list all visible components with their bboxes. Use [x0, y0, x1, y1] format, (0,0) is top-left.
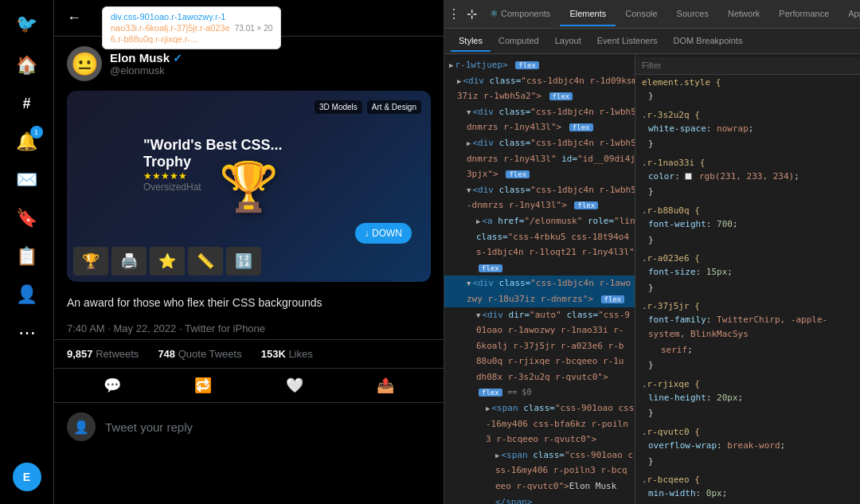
tweet-product-title: "World's Best CSS...Trophy	[143, 137, 283, 170]
likes-count: 153K Likes	[261, 348, 313, 360]
tab-elements[interactable]: Elements	[560, 2, 616, 26]
html-line[interactable]: 01oao r-1awozwy r-1nao33i r-	[444, 322, 635, 338]
sidebar-item-bookmarks[interactable]: 🔖	[10, 201, 45, 236]
html-line[interactable]: s-1dbjc4n r-1loqt21 r-1ny4l3l">	[444, 244, 635, 260]
tweet-actions: 💬 🔁 🤍 📤	[54, 369, 444, 403]
html-line[interactable]: ss-16my406 r-poiln3 r-bcq	[444, 463, 635, 479]
tab-performance[interactable]: Performance	[769, 2, 838, 26]
quote-tweet-count: 748 Quote Tweets	[158, 348, 241, 360]
devtools-cursor-icon[interactable]: ⊹	[467, 3, 477, 25]
html-line[interactable]: 3pjx"> flex	[444, 166, 635, 182]
tweet-area: ← div.css-901oao.r-1awozwy.r-1 nao33i.r-…	[54, 0, 444, 504]
html-line[interactable]: flex	[444, 260, 635, 276]
html-line[interactable]: ▶<span class="css-901oao c	[444, 447, 635, 463]
css-property-line: white-space: nowrap;	[635, 121, 860, 137]
sidebar-item-explore[interactable]: #	[10, 86, 45, 121]
css-selector: .r-bcqeeo {	[635, 472, 860, 486]
user-avatar[interactable]: E	[13, 463, 41, 491]
css-rule-element-style: element.style { }	[635, 75, 860, 104]
html-line[interactable]: ▶r-1wtjuep> flex	[444, 57, 635, 73]
tweet-user-avatar[interactable]: 😐	[67, 46, 102, 81]
sidebar-item-notifications[interactable]: 🔔 1	[10, 124, 45, 159]
css-panel: element.style { } .r-3s2u2q { white-spac…	[635, 54, 860, 504]
like-action[interactable]: 🤍	[286, 377, 303, 394]
tab-application[interactable]: Application	[838, 2, 860, 26]
subtab-computed[interactable]: Computed	[491, 31, 547, 52]
download-button[interactable]: ↓ DOWN	[355, 223, 412, 244]
tab-components[interactable]: ⚛ Components	[480, 2, 560, 27]
html-line[interactable]: dh08x r-3s2u2q r-qvutc0">	[444, 369, 635, 385]
color-swatch[interactable]	[685, 173, 692, 180]
subtab-event-listeners[interactable]: Event Listeners	[589, 31, 666, 52]
html-line[interactable]: class="css-4rbku5 css-18t94o4 cs	[444, 229, 635, 245]
html-line[interactable]: flex == $0	[444, 385, 635, 400]
sidebar-item-more[interactable]: ⋯	[10, 315, 45, 350]
css-property-line: overflow-wrap: break-word;	[635, 438, 860, 454]
html-line[interactable]: 6koalj r-37j5jr r-a023e6 r-b	[444, 338, 635, 354]
tab-console[interactable]: Console	[616, 2, 666, 26]
css-selector: .r-3s2u2q {	[635, 107, 860, 121]
tooltip-line3: 6.r-b88u0q.r-rjixqe.r-...	[111, 34, 197, 44]
html-line[interactable]: ▼<div dir="auto" class="css-9	[444, 307, 635, 323]
css-selector: .r-1nao33i {	[635, 155, 860, 169]
css-property-line: min-width: 0px;	[635, 486, 860, 502]
html-line-selected[interactable]: zwy r-18u37iz r-dnmrzs"> flex	[444, 291, 635, 307]
share-action[interactable]: 📤	[377, 377, 394, 394]
html-line-selected[interactable]: ▼<div class="css-1dbjc4n r-1awo	[444, 275, 635, 291]
tab-network[interactable]: Network	[718, 2, 769, 26]
subtab-dom-breakpoints[interactable]: DOM Breakpoints	[666, 31, 751, 52]
css-selector: .r-rjixqe {	[635, 377, 860, 390]
image-thumbnails: 🏆 🖨️ ⭐ 📏 🔢	[73, 247, 261, 275]
html-line[interactable]: ▼<div class="css-1dbjc4n r-1wbh5a2	[444, 182, 635, 198]
tweet-image: 3D Models Art & Design 🏆 "World's Best C…	[67, 91, 431, 282]
html-line[interactable]: -dnmrzs r-1ny4l3l"> flex	[444, 197, 635, 213]
reply-input[interactable]: Tweet your reply	[105, 420, 193, 434]
retweet-action[interactable]: 🔁	[194, 377, 212, 394]
thumb-3: ⭐	[150, 247, 185, 275]
twitter-logo-icon[interactable]: 🐦	[10, 6, 45, 41]
html-line[interactable]: dnmrzs r-1ny4l3l"> flex	[444, 119, 635, 135]
tweet-image-area: 3D Models Art & Design 🏆 "World's Best C…	[54, 91, 444, 288]
html-line[interactable]: ▶<div class="css-1dbjc4n r-1wbh5a2 r-	[444, 135, 635, 151]
image-labels: 3D Models Art & Design	[315, 100, 421, 114]
html-line[interactable]: ▶<a href="/elonmusk" role="link"	[444, 213, 635, 229]
tab-sources[interactable]: Sources	[667, 2, 718, 26]
html-line[interactable]: -16my406 css-bfa6kz r-poiln	[444, 416, 635, 432]
verified-icon: ✓	[173, 52, 182, 64]
css-rule-r-bcqeeo: .r-bcqeeo { min-width: 0px; }	[635, 472, 860, 504]
user-name: Elon Musk ✓	[110, 51, 182, 64]
label-art-design: Art & Design	[367, 100, 421, 114]
html-line[interactable]: ▶<div class="css-1dbjc4n r-1d09ksm r-18u	[444, 73, 635, 89]
reply-action[interactable]: 💬	[104, 377, 121, 394]
devtools-subtabs: Styles Computed Layout Event Listeners D…	[444, 29, 860, 54]
devtools-menu-icon[interactable]: ⋮	[448, 3, 460, 25]
back-button[interactable]: ←	[67, 10, 81, 26]
sidebar-item-home[interactable]: 🏠	[10, 48, 45, 83]
sidebar-item-lists[interactable]: 📋	[10, 239, 45, 274]
html-line[interactable]: ▼<div class="css-1dbjc4n r-1wbh5a2 r-	[444, 104, 635, 120]
html-line[interactable]: 88u0q r-rjixqe r-bcqeeo r-1u	[444, 354, 635, 369]
html-line[interactable]: </span>	[444, 494, 635, 504]
html-line[interactable]: eeo r-qvutc0">Elon Musk	[444, 479, 635, 494]
css-rule-r-a023e6: .r-a023e6 { font-size: 15px; }	[635, 251, 860, 295]
tweet-header: ← div.css-901oao.r-1awozwy.r-1 nao33i.r-…	[54, 0, 444, 37]
css-filter-input[interactable]	[642, 61, 854, 70]
sidebar-item-profile[interactable]: 👤	[10, 277, 45, 312]
reply-avatar: 👤	[67, 412, 96, 441]
css-selector: .r-37j5jr {	[635, 299, 860, 312]
html-line[interactable]: ▶<span class="css-901oao css-	[444, 400, 635, 416]
subtab-layout[interactable]: Layout	[547, 31, 589, 52]
thumb-1: 🏆	[73, 247, 108, 275]
css-property-continuation: serif;	[635, 342, 860, 358]
user-info: Elon Musk ✓ @elonmusk	[110, 51, 182, 76]
devtools-tabs: ⋮ ⊹ ⚛ Components Elements Console Source…	[444, 0, 860, 29]
subtab-styles[interactable]: Styles	[451, 31, 491, 52]
html-line[interactable]: dnmrzs r-1ny4l3l" id="id__09di4jjg	[444, 151, 635, 167]
css-filter-bar	[635, 57, 860, 75]
sidebar-item-messages[interactable]: ✉️	[10, 162, 45, 197]
css-property-line: color: rgb(231, 233, 234);	[635, 169, 860, 185]
tweet-publisher: OversizedHat	[143, 182, 283, 193]
reply-area: 👤 Tweet your reply	[54, 403, 444, 451]
html-line[interactable]: 37iz r-1wbh5a2"> flex	[444, 88, 635, 104]
html-line[interactable]: 3 r-bcqeeo r-qvutc0">	[444, 432, 635, 447]
